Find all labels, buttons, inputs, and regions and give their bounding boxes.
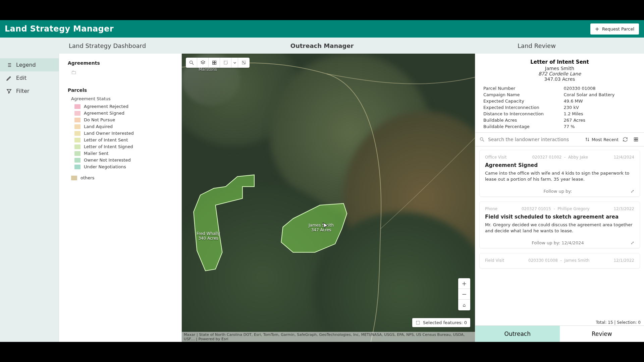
zoom-controls: + − ⌂ — [458, 278, 470, 310]
kv-expected-interconnection-k: Expected Interconnection — [483, 105, 556, 110]
card-meta-center: 020327 01015 - Phillipe Gregory — [522, 206, 590, 211]
selection-icon — [416, 320, 420, 325]
svg-rect-20 — [634, 140, 636, 141]
legend-swatch — [74, 138, 80, 142]
svg-line-14 — [243, 62, 245, 64]
legend-swatch — [74, 131, 80, 136]
legend-item-label: Do Not Pursue — [84, 117, 115, 122]
request-parcel-button[interactable]: + Request Parcel — [590, 23, 639, 35]
legend-swatch — [74, 165, 80, 169]
selected-features-text: Selected features: 0 — [423, 320, 467, 325]
legend-swatch — [74, 124, 80, 129]
interaction-card[interactable]: Field Visit020330 01008 - James Smith12/… — [479, 253, 640, 268]
parcels-svg — [182, 54, 475, 342]
kv-campaign-name-k: Campaign Name — [483, 92, 556, 97]
card-date: 12/1/2022 — [613, 258, 634, 263]
card-date: 12/3/2022 — [613, 206, 634, 211]
tab-dashboard[interactable]: Land Strategy Dashboard — [0, 38, 215, 54]
kv-campaign-name-v: Coral Solar and Battery — [564, 92, 636, 97]
kv-parcel-number-v: 020330 01008 — [564, 86, 636, 91]
map-select-dropdown-icon[interactable] — [231, 58, 238, 68]
sort-dropdown[interactable]: Most Recent — [585, 137, 619, 142]
rail-edit[interactable]: Edit — [0, 71, 59, 84]
parcel-a-label: Fred Whally340 Acres — [197, 231, 220, 241]
legend-item-label: Letter of Intent Sent — [84, 137, 128, 142]
card-kind: Phone — [485, 206, 497, 211]
legend-others: others — [71, 175, 173, 180]
interactions-feed[interactable]: Office Visit020327 01002 - Abby Jake12/4… — [475, 146, 644, 325]
detail-kv: Parcel Number020330 01008 Campaign NameC… — [483, 86, 636, 129]
legend-others-label: others — [80, 175, 94, 180]
legend-swatch — [74, 111, 80, 116]
map-select-icon[interactable] — [220, 58, 231, 68]
feed-total: Total: 15 | Selection: 0 — [594, 319, 642, 325]
svg-rect-12 — [224, 61, 227, 64]
legend-item-label: Letter of Intent Signed — [84, 144, 133, 149]
home-extent-button[interactable]: ⌂ — [458, 300, 470, 310]
btab-review[interactable]: Review — [560, 326, 644, 342]
svg-line-7 — [192, 63, 194, 65]
legend-item: Land Owner Interested — [74, 131, 173, 136]
edit-icon — [6, 75, 12, 81]
kv-expected-capacity-v: 49.6 MW — [564, 99, 636, 104]
legend-item-label: Agreement Rejected — [84, 104, 128, 109]
card-date: 12/4/2024 — [613, 155, 634, 160]
svg-rect-21 — [636, 140, 638, 141]
kv-buildable-acres-v: 267 Acres — [564, 118, 636, 123]
map-search-icon[interactable] — [186, 58, 197, 68]
agreements-placeholder-icon: 🗀 — [71, 69, 173, 75]
map-basemap-icon[interactable] — [209, 58, 220, 68]
card-followup: Follow up by: 12/4/2024 — [532, 240, 584, 245]
legend-item: Agreement Signed — [74, 111, 173, 116]
svg-rect-8 — [212, 61, 214, 63]
zoom-in-button[interactable]: + — [458, 278, 470, 289]
interactions-toolbar: Most Recent — [475, 133, 644, 146]
zoom-out-button[interactable]: − — [458, 289, 470, 300]
parcels-header: Parcels — [68, 87, 173, 93]
legend-item: Land Aquired — [74, 124, 173, 129]
detail-acres: 347.03 Acres — [483, 76, 636, 82]
expand-icon[interactable]: ⤢ — [631, 240, 634, 245]
svg-rect-19 — [636, 138, 638, 139]
parcel-b-label: James Smith347 Acres — [309, 223, 334, 233]
svg-rect-15 — [416, 321, 419, 324]
interactions-search-input[interactable] — [487, 136, 582, 142]
card-followup: Follow up by: — [544, 189, 572, 194]
selected-features-chip[interactable]: Selected features: 0 — [412, 318, 470, 327]
legend-item-label: Under Negotiations — [84, 164, 126, 169]
interaction-card[interactable]: Office Visit020327 01002 - Abby Jake12/4… — [479, 150, 640, 197]
svg-rect-18 — [634, 138, 636, 139]
map-attribution: Maxar | State of North Carolina DOT, Esr… — [182, 332, 475, 342]
app-title: Land Strategy Manager — [5, 24, 114, 34]
grid-view-button[interactable] — [632, 135, 640, 143]
tab-outreach[interactable]: Outreach Manager — [215, 38, 429, 54]
legend-item: Agreement Rejected — [74, 104, 173, 109]
kv-parcel-number-k: Parcel Number — [483, 86, 556, 91]
tab-review[interactable]: Land Review — [429, 38, 644, 54]
kv-expected-interconnection-v: 230 kV — [564, 105, 636, 110]
legend-swatch — [74, 151, 80, 156]
map-clear-selection-icon[interactable] — [238, 58, 250, 68]
detail-hero: Letter of Intent Sent James Smith 872 Co… — [475, 54, 644, 133]
refresh-button[interactable] — [621, 135, 629, 143]
legend-item-label: Land Aquired — [84, 124, 113, 129]
card-title: Field visit scheduled to sketch agreemen… — [485, 214, 634, 220]
rail-legend[interactable]: Legend — [0, 58, 59, 71]
kv-buildable-percentage-v: 77 % — [564, 124, 636, 129]
expand-icon[interactable]: ⤢ — [631, 189, 634, 194]
filter-icon — [6, 88, 12, 94]
legend-item: Do Not Pursue — [74, 117, 173, 122]
map-layers-icon[interactable] — [197, 58, 209, 68]
rail-filter[interactable]: Filter — [0, 84, 59, 98]
interaction-card[interactable]: Phone020327 01015 - Phillipe Gregory12/3… — [479, 201, 640, 248]
btab-outreach[interactable]: Outreach — [475, 326, 560, 342]
card-meta-center: 020327 01002 - Abby Jake — [532, 155, 588, 160]
card-meta-center: 020330 01008 - James Smith — [528, 258, 589, 263]
legend-item: Mailer Sent — [74, 151, 173, 156]
svg-line-17 — [483, 140, 484, 141]
detail-panel: Letter of Intent Sent James Smith 872 Co… — [475, 54, 644, 342]
kv-distance-to-interconnection-v: 1.2 Miles — [564, 111, 636, 116]
map-canvas[interactable]: Fred Whally340 Acres James Smith347 Acre… — [182, 54, 475, 342]
legend-others-swatch — [71, 176, 77, 180]
agreement-status-subhead: Agreement Status — [71, 96, 173, 101]
